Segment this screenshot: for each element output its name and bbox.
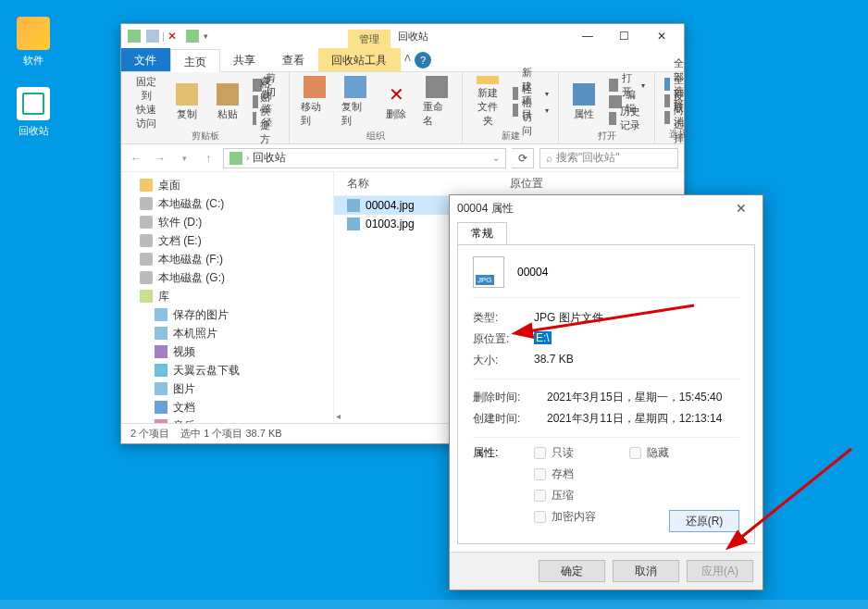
- tab-share[interactable]: 共享: [220, 48, 269, 71]
- close-button[interactable]: ✕: [643, 24, 680, 48]
- tree-item[interactable]: 文档: [121, 398, 333, 416]
- tree-item[interactable]: 桌面: [121, 176, 333, 194]
- tree-item[interactable]: 本地磁盘 (G:): [121, 268, 333, 287]
- checkbox-hidden[interactable]: 隐藏: [629, 445, 669, 461]
- disk-icon: [140, 197, 153, 210]
- checkbox-readonly[interactable]: 只读: [534, 445, 574, 461]
- tree-item[interactable]: 文档 (E:): [121, 231, 333, 250]
- file-name: 00004: [517, 266, 548, 279]
- tree-item-label: 天翼云盘下载: [173, 363, 240, 379]
- tree-item[interactable]: 软件 (D:): [121, 213, 333, 231]
- navigation-tree[interactable]: 桌面本地磁盘 (C:)软件 (D:)文档 (E:)本地磁盘 (F:)本地磁盘 (…: [121, 172, 334, 423]
- tab-view[interactable]: 查看: [269, 48, 318, 71]
- label-original-location: 原位置:: [473, 331, 534, 347]
- tab-home[interactable]: 主页: [170, 49, 220, 72]
- checkbox-compressed[interactable]: 压缩: [534, 488, 739, 503]
- recycle-bin-icon: [229, 152, 242, 165]
- value-original-location[interactable]: E:\: [534, 331, 552, 344]
- history-button[interactable]: 历史记录: [605, 110, 649, 127]
- contextual-tab-group: 管理: [348, 30, 391, 48]
- tab-general[interactable]: 常规: [457, 222, 507, 245]
- rename-button[interactable]: 重命名: [417, 74, 456, 130]
- minimize-button[interactable]: —: [569, 24, 606, 48]
- maximize-button[interactable]: ☐: [606, 24, 643, 48]
- tree-item-label: 本地磁盘 (C:): [158, 196, 224, 212]
- label-size: 大小:: [473, 353, 534, 368]
- nav-forward-button[interactable]: →: [151, 149, 169, 168]
- help-icon[interactable]: ?: [415, 52, 431, 68]
- desktop-icon-software[interactable]: 软件: [6, 17, 61, 68]
- tree-item[interactable]: 本地磁盘 (F:): [121, 250, 333, 268]
- tree-item[interactable]: 图片: [121, 379, 333, 398]
- properties-button[interactable]: 属性: [564, 74, 603, 130]
- tree-item[interactable]: 保存的图片: [121, 305, 333, 324]
- tab-file[interactable]: 文件: [121, 48, 170, 71]
- label-created-time: 创建时间:: [473, 411, 547, 427]
- status-selection: 选中 1 个项目 38.7 KB: [180, 427, 281, 441]
- tree-item[interactable]: 库: [121, 287, 333, 305]
- tree-item-label: 本地磁盘 (G:): [158, 270, 225, 286]
- qat-restore-icon[interactable]: [186, 30, 199, 43]
- paste-button[interactable]: 粘贴: [208, 74, 247, 130]
- recycle-bin-icon: [17, 87, 50, 120]
- tree-item[interactable]: 本地磁盘 (C:): [121, 194, 333, 213]
- qat-delete-icon[interactable]: ✕: [167, 30, 180, 43]
- nav-back-button[interactable]: ←: [127, 149, 145, 168]
- explorer-titlebar[interactable]: | ✕ ▾ 管理 回收站 — ☐ ✕: [121, 24, 684, 48]
- disk-icon: [140, 216, 153, 229]
- search-input[interactable]: ⌕ 搜索"回收站": [539, 148, 678, 168]
- move-to-button[interactable]: 移动到: [295, 74, 334, 130]
- paste-shortcut-button[interactable]: 粘贴快捷方式: [249, 110, 283, 127]
- nav-up-button[interactable]: ↑: [199, 149, 217, 168]
- value-size: 38.7 KB: [534, 353, 739, 368]
- delete-icon: ✕: [385, 83, 407, 106]
- file-type-icon: [473, 256, 504, 288]
- dialog-titlebar[interactable]: 00004 属性 ✕: [450, 195, 763, 221]
- breadcrumb[interactable]: › 回收站 ⌄: [223, 148, 506, 168]
- tree-item[interactable]: 音乐: [121, 416, 333, 423]
- cancel-button[interactable]: 取消: [613, 560, 679, 582]
- group-label: 新建: [468, 130, 552, 143]
- copy-icon: [176, 83, 198, 106]
- refresh-button[interactable]: ⟳: [512, 148, 534, 168]
- qat-dropdown-icon[interactable]: ▾: [204, 31, 208, 41]
- invert-selection-button[interactable]: 反向选择: [661, 109, 695, 126]
- rename-icon: [426, 76, 448, 98]
- qat-properties-icon[interactable]: [146, 30, 159, 43]
- tree-item[interactable]: 天翼云盘下载: [121, 361, 333, 379]
- tree-item-label: 本地磁盘 (F:): [158, 252, 223, 267]
- pic-icon: [155, 308, 167, 321]
- tree-item-label: 保存的图片: [173, 307, 229, 323]
- scroll-left-icon[interactable]: ◂: [334, 409, 342, 423]
- close-button[interactable]: ✕: [727, 201, 755, 216]
- tree-item[interactable]: 本机照片: [121, 324, 333, 342]
- ok-button[interactable]: 确定: [539, 560, 605, 582]
- nav-recent-button[interactable]: ▾: [175, 149, 193, 168]
- ribbon-collapse-icon[interactable]: ᐱ: [401, 48, 415, 71]
- pin-button[interactable]: 固定到 快速访问: [127, 74, 166, 130]
- group-label: 选择: [661, 128, 695, 142]
- checkbox-archive[interactable]: 存档: [534, 466, 739, 482]
- tree-item[interactable]: 视频: [121, 342, 333, 361]
- restore-button[interactable]: 还原(R): [669, 510, 739, 532]
- chevron-down-icon[interactable]: ⌄: [492, 153, 500, 163]
- copy-button[interactable]: 复制: [167, 74, 206, 130]
- label-deleted-time: 删除时间:: [473, 390, 547, 405]
- folder-icon: [17, 17, 50, 50]
- delete-button[interactable]: ✕删除: [377, 74, 415, 130]
- column-original-location[interactable]: 原位置: [510, 176, 684, 192]
- easy-access-button[interactable]: 轻松访问▾: [509, 102, 552, 118]
- copy-to-button[interactable]: 复制到: [336, 74, 375, 130]
- pic-icon: [155, 382, 167, 395]
- new-folder-button[interactable]: 新建 文件夹: [468, 74, 507, 130]
- desktop-icon-recycle-bin[interactable]: 回收站: [6, 87, 61, 138]
- disk-icon: [140, 253, 153, 266]
- tab-recycle-tools[interactable]: 回收站工具: [318, 48, 401, 71]
- label-type: 类型:: [473, 310, 534, 326]
- copy-to-icon: [344, 76, 366, 98]
- column-headers[interactable]: 名称 原位置: [334, 172, 684, 196]
- apply-button[interactable]: 应用(A): [687, 560, 753, 582]
- taskbar[interactable]: [0, 600, 868, 609]
- pic-icon: [155, 327, 167, 340]
- column-name[interactable]: 名称: [334, 176, 510, 192]
